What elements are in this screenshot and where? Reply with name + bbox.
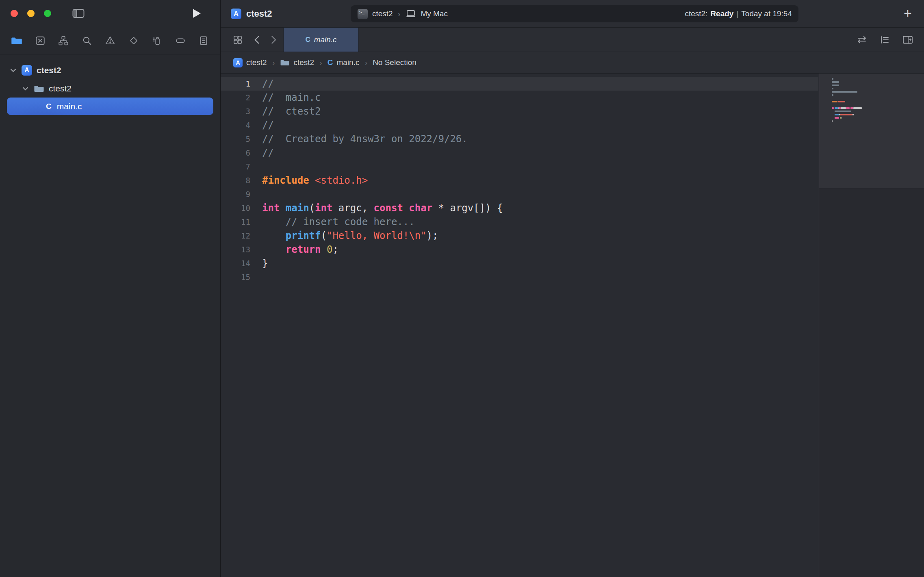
close-button[interactable]: [11, 10, 18, 17]
tab-breakpoint-navigator[interactable]: [174, 34, 187, 48]
minimap-line: [832, 113, 862, 116]
code-line[interactable]: 2// main.c: [221, 91, 818, 104]
code-text: //: [262, 147, 274, 158]
code-line[interactable]: 13 return 0;: [221, 243, 818, 256]
line-number: 9: [221, 190, 250, 199]
line-number: 5: [221, 134, 250, 143]
code-line[interactable]: 4//: [221, 118, 818, 132]
folder-icon: [280, 59, 290, 66]
tab-source-control-navigator[interactable]: [33, 34, 47, 48]
code-line[interactable]: 5// Created by 4nsw3r on 2022/9/26.: [221, 132, 818, 146]
run-button[interactable]: [190, 7, 203, 20]
breadcrumb-file[interactable]: C main.c: [328, 58, 360, 67]
code-line[interactable]: 10int main(int argc, const char * argv[]…: [221, 201, 818, 215]
play-icon: [192, 8, 202, 19]
add-editor-button[interactable]: [902, 35, 913, 45]
chevron-down-icon[interactable]: [22, 87, 28, 91]
line-number: 8: [221, 176, 250, 185]
tree-row-file-selected[interactable]: C main.c: [7, 98, 213, 115]
laptop-icon: [405, 9, 416, 18]
minimap-line: [832, 77, 862, 80]
tree-row-group[interactable]: ctest2: [0, 79, 220, 98]
swap-arrows-icon: [857, 35, 867, 45]
breadcrumb-group[interactable]: ctest2: [280, 58, 314, 67]
code-line[interactable]: 3// ctest2: [221, 104, 818, 118]
zoom-button[interactable]: [44, 10, 51, 17]
folder-icon: [11, 36, 22, 45]
code-text: // main.c: [262, 92, 321, 103]
tab-symbol-navigator[interactable]: [56, 34, 70, 48]
breadcrumb-selection[interactable]: No Selection: [373, 58, 416, 67]
minimap-line: [832, 90, 862, 93]
toggle-sidebar-button[interactable]: [72, 7, 85, 20]
minimap-line: [832, 80, 862, 84]
code-line[interactable]: 9: [221, 187, 818, 201]
code-review-button[interactable]: [857, 35, 867, 45]
warning-triangle-icon: [105, 35, 115, 46]
go-back-button[interactable]: [254, 35, 260, 44]
tab-report-navigator[interactable]: [197, 34, 210, 48]
tab-label: main.c: [314, 35, 337, 44]
tab-issue-navigator[interactable]: [103, 34, 117, 48]
minimap-line: [832, 116, 862, 119]
adjust-editor-options-button[interactable]: [879, 35, 890, 45]
split-editor-icon: [902, 35, 913, 45]
line-number: 15: [221, 273, 250, 282]
code-line[interactable]: 15: [221, 270, 818, 284]
editor-options-icon: [879, 35, 890, 45]
status-state: Ready: [710, 9, 733, 18]
toolbar: A ctest2 >_ ctest2 › My Mac ctest2: Read…: [221, 0, 924, 28]
line-number: 7: [221, 162, 250, 171]
breadcrumb-project[interactable]: A ctest2: [233, 58, 267, 67]
scheme-device-button[interactable]: My Mac: [421, 9, 448, 18]
folder-icon: [34, 85, 44, 93]
diamond-icon: [128, 35, 139, 46]
navigator-tab-strip: [0, 27, 220, 54]
tree-file-label: main.c: [57, 102, 82, 111]
xcode-project-icon: A: [231, 9, 241, 19]
editor-tab-bar: C main.c: [221, 28, 924, 52]
breadcrumb-label: main.c: [336, 58, 359, 67]
code-text: }: [262, 258, 268, 269]
add-library-button[interactable]: +: [900, 6, 915, 20]
code-line[interactable]: 6//: [221, 146, 818, 160]
chevron-down-icon[interactable]: [10, 68, 16, 72]
code-line[interactable]: 1//: [221, 77, 818, 91]
tab-main-c[interactable]: C main.c: [283, 28, 359, 52]
source-editor[interactable]: 1//2// main.c3// ctest24//5// Created by…: [221, 74, 818, 577]
code-line[interactable]: 12 printf("Hello, World!\n");: [221, 229, 818, 243]
minimap-line: [832, 87, 862, 90]
chevron-right-icon: ›: [272, 58, 275, 67]
line-number: 14: [221, 259, 250, 268]
go-forward-button[interactable]: [271, 35, 277, 44]
jump-bar: A ctest2 › ctest2 › C main.c › No Select…: [221, 52, 924, 74]
minimap-line: [832, 97, 862, 100]
code-text: //: [262, 119, 274, 131]
code-text: printf("Hello, World!\n");: [262, 230, 438, 241]
code-line[interactable]: 14}: [221, 256, 818, 270]
build-status[interactable]: ctest2: Ready | Today at 19:54: [685, 9, 792, 18]
tab-project-navigator[interactable]: [10, 34, 24, 48]
scheme-target-button[interactable]: ctest2: [372, 9, 393, 18]
tab-find-navigator[interactable]: [80, 34, 94, 48]
code-lines: 1//2// main.c3// ctest24//5// Created by…: [221, 77, 818, 284]
hierarchy-icon: [58, 35, 69, 46]
window-titlebar[interactable]: [0, 0, 220, 27]
spray-can-icon: [152, 35, 162, 46]
tab-bar-controls: [221, 28, 277, 52]
code-line[interactable]: 8#include <stdio.h>: [221, 174, 818, 187]
code-line[interactable]: 7: [221, 160, 818, 174]
code-line[interactable]: 11 // insert code here...: [221, 215, 818, 229]
minimap[interactable]: [819, 74, 924, 577]
c-file-icon: C: [46, 102, 52, 111]
chevron-right-icon: ›: [398, 9, 401, 19]
breadcrumb-label: ctest2: [246, 58, 267, 67]
tab-debug-navigator[interactable]: [150, 34, 164, 48]
related-items-button[interactable]: [233, 35, 243, 45]
tree-row-project[interactable]: A ctest2: [0, 61, 220, 79]
code-text: int main(int argc, const char * argv[]) …: [262, 202, 503, 214]
capsule-icon: [175, 35, 186, 46]
tab-test-navigator[interactable]: [127, 34, 141, 48]
search-icon: [82, 35, 92, 46]
minimize-button[interactable]: [27, 10, 35, 17]
